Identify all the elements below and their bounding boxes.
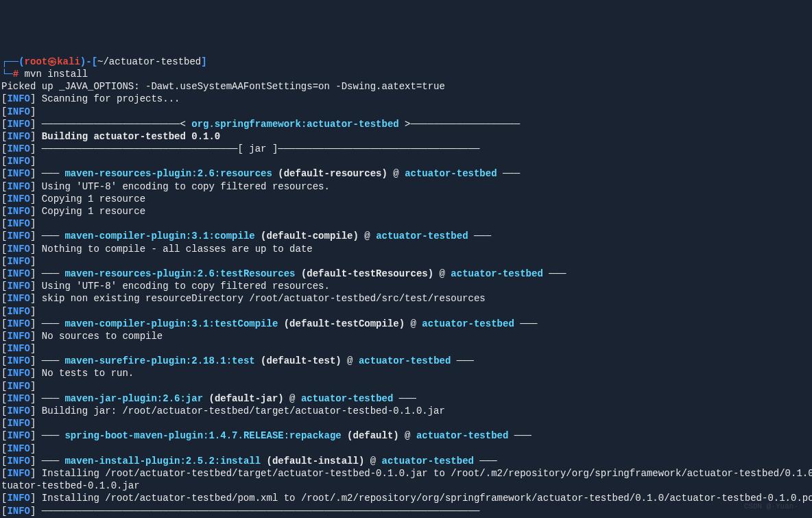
log-line-23: [INFO] (1, 380, 811, 392)
log-part-2: >─────────────────── (399, 119, 520, 130)
log-part-1: spring-boot-maven-plugin:1.4.7.RELEASE:r… (64, 430, 341, 441)
prompt-user: root (25, 56, 48, 67)
info-level-tag: INFO (7, 331, 30, 342)
prompt-hash-icon: # (13, 69, 19, 80)
log-part-4: actuator-testbed (301, 393, 393, 404)
info-level-tag: INFO (7, 306, 30, 317)
log-text: Copying 1 resource (36, 193, 145, 204)
log-text (36, 218, 41, 229)
log-line-20: [INFO] (1, 342, 811, 355)
info-level-tag: INFO (7, 343, 30, 354)
info-level-tag: INFO (7, 218, 30, 229)
log-line-19: [INFO] No sources to compile (1, 330, 811, 342)
log-line-13: [INFO] (1, 255, 811, 268)
log-part-3: @ (284, 393, 301, 404)
log-part-1: maven-resources-plugin:2.6:resources (64, 168, 272, 179)
log-line-33: [INFO] ─────────────────────────────────… (1, 505, 811, 517)
info-level-tag: INFO (7, 156, 30, 167)
command-input[interactable]: mvn install (19, 69, 88, 80)
log-line-22: [INFO] No tests to run. (1, 367, 811, 379)
log-line-8: [INFO] Copying 1 resource (1, 193, 811, 205)
log-line-28: [INFO] (1, 443, 811, 455)
log-text (36, 443, 41, 454)
prompt-path: ~/actuator-testbed (97, 56, 201, 67)
log-text (36, 381, 41, 392)
prompt-host: kali (57, 56, 80, 67)
log-part-3: @ (359, 231, 376, 242)
log-part-2: (default-testCompile) (278, 318, 405, 329)
log-text: No tests to run. (36, 368, 134, 379)
log-line-11: [INFO] ─── maven-compiler-plugin:3.1:com… (1, 230, 811, 242)
log-part-5: ─── (393, 393, 416, 404)
log-text (36, 306, 41, 317)
log-part-1: maven-jar-plugin:2.6:jar (64, 393, 203, 404)
prompt-line-2: └─# mvn install (1, 68, 811, 80)
log-part-5: ─── (543, 268, 566, 279)
log-line-4: [INFO] ─────────────────────────────────… (1, 143, 811, 155)
info-level-tag: INFO (7, 318, 30, 329)
prompt-sep: )-[ (80, 56, 97, 67)
log-line-30: [INFO] Installing /root/actuator-testbed… (1, 467, 811, 480)
info-level-tag: INFO (7, 256, 30, 267)
log-part-5: ─── (474, 456, 497, 467)
info-level-tag: INFO (7, 355, 30, 366)
log-part-0: ─── (36, 231, 64, 242)
log-part-4: actuator-testbed (451, 268, 542, 279)
info-level-tag: INFO (7, 418, 30, 429)
log-part-1: maven-compiler-plugin:3.1:testCompile (64, 318, 278, 329)
info-level-tag: INFO (7, 244, 30, 255)
log-part-0: ─── (36, 456, 64, 467)
log-line-10: [INFO] (1, 217, 811, 230)
prompt-close: ] (201, 56, 206, 67)
info-level-tag: INFO (7, 393, 30, 404)
log-part-3: @ (364, 456, 381, 467)
log-line-32: [INFO] Installing /root/actuator-testbed… (1, 492, 811, 504)
info-level-tag: INFO (7, 293, 30, 304)
log-part-2: (default-testResources) (296, 268, 434, 279)
info-level-tag: INFO (7, 231, 30, 242)
log-part-2: (default-install) (261, 456, 364, 467)
log-line-21: [INFO] ─── maven-surefire-plugin:2.18.1:… (1, 355, 811, 367)
java-options-line: Picked up _JAVA_OPTIONS: -Dawt.useSystem… (1, 80, 811, 93)
terminal-output[interactable]: ┌──(root㉿kali)-[~/actuator-testbed]└─# m… (1, 56, 811, 518)
log-part-2: (default-test) (255, 355, 342, 366)
log-part-5: ─── (468, 231, 492, 242)
log-part-4: actuator-testbed (382, 456, 474, 467)
log-part-5: ─── (508, 430, 532, 441)
log-part-3: @ (387, 168, 405, 179)
log-line-18: [INFO] ─── maven-compiler-plugin:3.1:tes… (1, 318, 811, 330)
info-level-tag: INFO (7, 506, 30, 517)
info-level-tag: INFO (7, 193, 30, 204)
log-text: Using 'UTF-8' encoding to copy filtered … (36, 181, 329, 192)
log-part-0: ─── (36, 355, 64, 366)
log-part-4: actuator-testbed (416, 430, 508, 441)
log-line-24: [INFO] ─── maven-jar-plugin:2.6:jar (def… (1, 392, 811, 405)
log-line-29: [INFO] ─── maven-install-plugin:2.5.2:in… (1, 455, 811, 467)
log-line-31: tuator-testbed-0.1.0.jar (1, 480, 811, 492)
log-part-4: actuator-testbed (359, 355, 451, 366)
log-text: Installing /root/actuator-testbed/pom.xm… (36, 493, 812, 504)
log-part-0: ─── (36, 393, 64, 404)
log-part-3: @ (399, 430, 416, 441)
watermark: CSDN @·Yuan· (744, 502, 798, 511)
info-level-tag: INFO (7, 443, 30, 454)
info-level-tag: INFO (7, 405, 30, 416)
log-line-25: [INFO] Building jar: /root/actuator-test… (1, 405, 811, 417)
log-part-0: ─── (36, 430, 64, 441)
log-part-0: Building actuator-testbed 0.1.0 (36, 131, 220, 142)
log-line-5: [INFO] (1, 155, 811, 167)
log-line-6: [INFO] ─── maven-resources-plugin:2.6:re… (1, 167, 811, 180)
log-line-0: [INFO] Scanning for projects... (1, 93, 811, 105)
info-level-tag: INFO (7, 206, 30, 217)
log-text: Copying 1 resource (36, 206, 145, 217)
log-line-9: [INFO] Copying 1 resource (1, 205, 811, 217)
log-part-2: (default-resources) (272, 168, 387, 179)
log-line-1: [INFO] (1, 106, 811, 118)
prompt-line-1: ┌──(root㉿kali)-[~/actuator-testbed] (1, 56, 811, 68)
log-line-14: [INFO] ─── maven-resources-plugin:2.6:te… (1, 268, 811, 280)
log-line-12: [INFO] Nothing to compile - all classes … (1, 243, 811, 255)
info-level-tag: INFO (7, 106, 30, 117)
log-line-2: [INFO] ────────────────────────< org.spr… (1, 118, 811, 130)
log-part-3: @ (433, 268, 451, 279)
info-level-tag: INFO (7, 468, 30, 479)
